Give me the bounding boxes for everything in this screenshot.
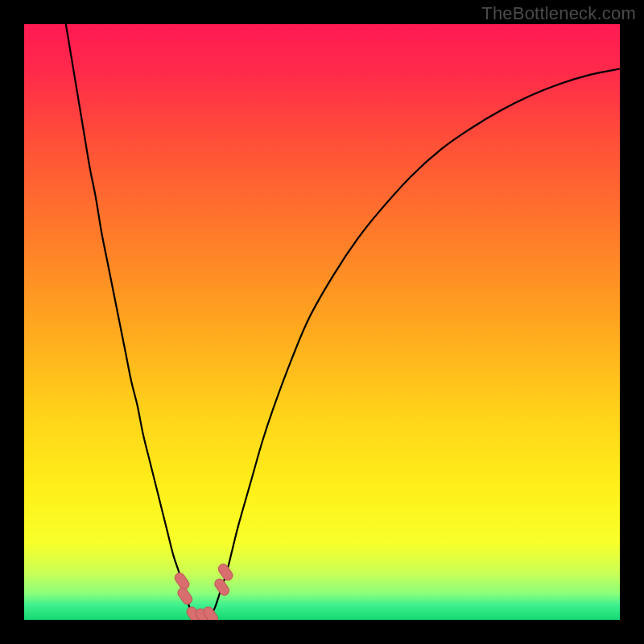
gradient-background [24,24,620,620]
plot-svg [24,24,620,620]
watermark-text: TheBottleneck.com [481,3,636,24]
plot-area [24,24,620,620]
chart-frame: TheBottleneck.com [0,0,644,644]
